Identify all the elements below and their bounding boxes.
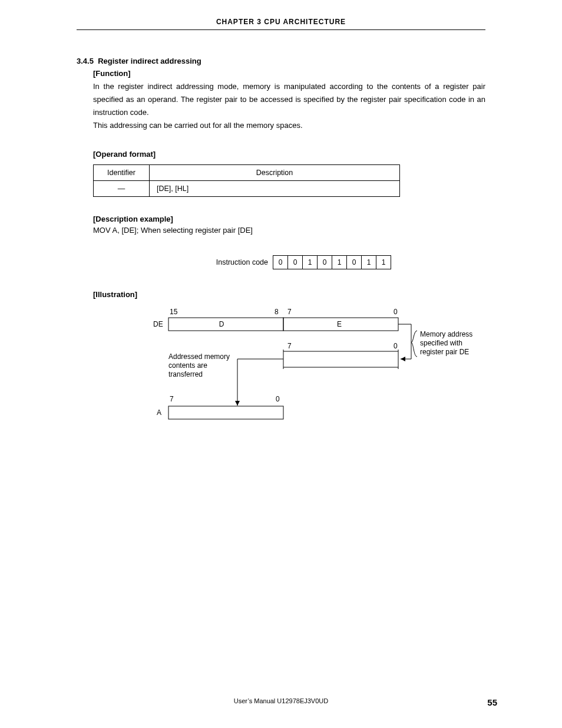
label-addr2: contents are <box>168 361 207 370</box>
label-bit7c: 7 <box>170 395 174 403</box>
svg-rect-10 <box>168 406 283 419</box>
cell-description: [DE], [HL] <box>150 181 400 197</box>
bit-cell: 0 <box>347 256 362 269</box>
function-para1: In the register indirect addressing mode… <box>93 82 485 117</box>
label-bit0c: 0 <box>276 395 280 403</box>
bit-cell: 1 <box>303 256 318 269</box>
header-description: Description <box>150 165 400 181</box>
bit-cell: 1 <box>376 256 391 269</box>
bit-cell: 1 <box>332 256 347 269</box>
bit-table: 0 0 1 0 1 0 1 1 <box>273 255 391 269</box>
example-line: MOV A, [DE]; When selecting register pai… <box>93 226 485 235</box>
description-example-heading: [Description example] <box>93 215 485 223</box>
footer-text: User’s Manual U12978EJ3V0UD <box>0 697 562 704</box>
label-mem2: specified with <box>420 339 462 347</box>
label-mem3: register pair DE <box>420 348 469 356</box>
header-identifier: Identifier <box>94 165 150 181</box>
function-para2: This addressing can be carried out for a… <box>93 121 303 130</box>
svg-marker-6 <box>401 357 405 361</box>
label-d: D <box>219 320 224 328</box>
page-number: 55 <box>487 697 497 707</box>
table-header-row: Identifier Description <box>94 165 400 181</box>
section-title: 3.4.5 Register indirect addressing <box>77 57 485 65</box>
label-bit15: 15 <box>170 308 178 316</box>
svg-marker-9 <box>235 401 240 406</box>
label-bit8: 8 <box>275 308 279 316</box>
function-body: In the register indirect addressing mode… <box>93 80 485 132</box>
bit-cell: 0 <box>273 256 288 269</box>
label-addr3: transferred <box>168 370 203 378</box>
illustration-heading: [Illustration] <box>93 290 485 299</box>
bit-cell: 0 <box>318 256 332 269</box>
chapter-header: CHAPTER 3 CPU ARCHITECTURE <box>77 18 485 30</box>
label-bit7a: 7 <box>287 308 292 316</box>
table-row: — [DE], [HL] <box>94 181 400 197</box>
label-bit0a: 0 <box>394 308 398 316</box>
label-mem1: Memory address <box>420 330 472 338</box>
operand-format-heading: [Operand format] <box>93 150 485 159</box>
operand-table: Identifier Description — [DE], [HL] <box>93 164 400 197</box>
bit-cell: 0 <box>288 256 303 269</box>
label-addr1: Addressed memory <box>168 353 230 361</box>
section-number: 3.4.5 <box>77 57 94 65</box>
instruction-code-label: Instruction code <box>216 258 268 266</box>
label-bit7b: 7 <box>287 342 292 350</box>
svg-rect-0 <box>168 318 283 331</box>
label-e: E <box>337 320 342 328</box>
cell-identifier: — <box>94 181 150 197</box>
label-de: DE <box>153 320 163 328</box>
bit-cell: 1 <box>362 256 376 269</box>
section-name: Register indirect addressing <box>98 57 201 65</box>
illustration-diagram: 15 8 7 0 DE D E 7 0 Memory address speci… <box>93 301 485 437</box>
label-a: A <box>157 409 161 417</box>
instruction-code-row: Instruction code 0 0 1 0 1 0 1 1 <box>77 255 391 269</box>
function-heading: [Function] <box>93 69 485 78</box>
label-bit0b: 0 <box>394 342 398 350</box>
